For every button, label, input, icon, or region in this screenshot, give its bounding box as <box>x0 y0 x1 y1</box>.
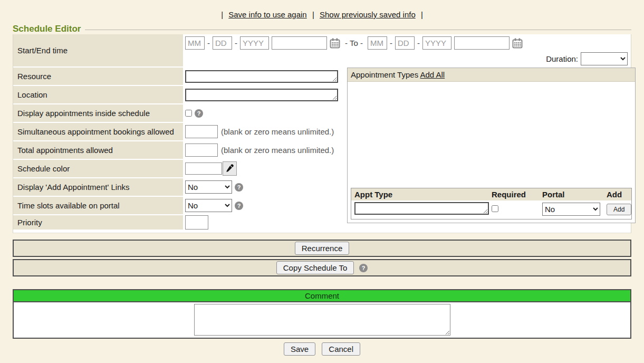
appointment-types-panel: Appointment Types Add All Appt Type Requ… <box>347 68 636 223</box>
schedule-form: Start/End time - - <box>13 34 631 233</box>
calendar-icon[interactable] <box>512 38 523 49</box>
show-saved-link[interactable]: Show previously saved info <box>320 10 416 19</box>
color-picker-button[interactable] <box>223 161 237 176</box>
end-time-input[interactable] <box>454 36 510 50</box>
left-form-column: Resource Location Display appointments i… <box>13 68 344 230</box>
time-slots-portal-select[interactable]: No <box>185 199 232 212</box>
eyedropper-icon <box>226 164 234 174</box>
to-separator: - To - <box>345 39 363 47</box>
copy-schedule-bar: Copy Schedule To ? <box>13 259 631 276</box>
simultaneous-bookings-label: Simultaneous appointment bookings allowe… <box>13 123 183 140</box>
location-input[interactable] <box>185 89 338 101</box>
column-header-add: Add <box>607 190 631 199</box>
add-appt-type-button[interactable]: Add <box>607 204 631 215</box>
row-total-appointments: Total appointments allowed (blank or zer… <box>13 141 344 159</box>
row-resource: Resource <box>13 68 344 85</box>
column-header-required: Required <box>492 190 542 199</box>
pipe-separator: | <box>221 10 223 19</box>
top-links-bar: | Save info to use again | Show previous… <box>0 0 644 24</box>
save-info-link[interactable]: Save info to use again <box>228 10 306 19</box>
row-display-appointments: Display appointments inside schedule ? <box>13 104 344 122</box>
start-time-input[interactable] <box>272 36 327 50</box>
help-icon[interactable]: ? <box>235 202 243 210</box>
required-checkbox[interactable] <box>492 205 498 212</box>
time-slots-portal-label: Time slots available on portal <box>13 197 183 214</box>
start-end-label: Start/End time <box>13 34 183 66</box>
cancel-button[interactable]: Cancel <box>322 342 360 356</box>
location-label: Location <box>13 86 183 103</box>
row-add-appointment-links: Display 'Add Appointment' Links No ? <box>13 178 344 196</box>
copy-schedule-button[interactable]: Copy Schedule To <box>276 261 354 274</box>
portal-select[interactable]: No <box>542 203 600 216</box>
recurrence-bar: Recurrence <box>13 240 631 257</box>
add-appointment-links-select[interactable]: No <box>185 180 232 194</box>
start-month-input[interactable] <box>185 36 205 50</box>
row-schedule-color: Schedule color <box>13 160 344 177</box>
duration-label: Duration: <box>546 54 578 63</box>
page-title: Schedule Editor <box>13 24 85 34</box>
dash-separator: - <box>207 39 210 47</box>
duration-select[interactable] <box>581 52 628 65</box>
row-location: Location <box>13 86 344 103</box>
help-icon[interactable]: ? <box>235 183 243 192</box>
row-time-slots-portal: Time slots available on portal No ? <box>13 197 344 214</box>
row-priority: Priority <box>13 215 344 230</box>
add-all-link[interactable]: Add All <box>420 70 445 79</box>
save-button[interactable]: Save <box>284 342 315 356</box>
form-actions: Save Cancel <box>0 342 644 356</box>
priority-input[interactable] <box>185 215 208 230</box>
display-appointments-label: Display appointments inside schedule <box>13 104 183 122</box>
dash-separator: - <box>235 39 237 47</box>
start-day-input[interactable] <box>213 36 232 50</box>
right-form-column: Appointment Types Add All Appt Type Requ… <box>344 68 636 223</box>
dash-separator: - <box>390 39 392 47</box>
schedule-color-label: Schedule color <box>13 160 183 177</box>
priority-label: Priority <box>13 215 183 230</box>
resource-input[interactable] <box>185 70 338 83</box>
calendar-icon[interactable] <box>330 38 340 49</box>
appointment-types-header: Appointment Types Add All <box>348 68 635 82</box>
comment-textarea[interactable] <box>194 304 450 336</box>
total-appointments-input[interactable] <box>185 144 218 157</box>
appointment-type-row: No Add <box>351 200 631 219</box>
schedule-editor: Schedule Editor Start/End time - - <box>13 24 631 233</box>
recurrence-button[interactable]: Recurrence <box>295 242 350 255</box>
comment-section: Comment <box>13 289 631 339</box>
resource-label: Resource <box>13 68 183 85</box>
appointment-types-list-empty <box>348 82 635 185</box>
unlimited-note: (blank or zero means unlimited.) <box>221 127 334 136</box>
help-icon[interactable]: ? <box>359 264 368 272</box>
pipe-separator: | <box>312 10 314 19</box>
pipe-separator: | <box>421 10 423 19</box>
unlimited-note: (blank or zero means unlimited.) <box>221 146 334 155</box>
simultaneous-bookings-input[interactable] <box>185 125 218 138</box>
comment-header: Comment <box>14 290 630 302</box>
end-day-input[interactable] <box>395 36 415 50</box>
end-year-input[interactable] <box>422 36 451 50</box>
start-year-input[interactable] <box>240 36 269 50</box>
column-header-portal: Portal <box>542 190 607 199</box>
row-simultaneous-bookings: Simultaneous appointment bookings allowe… <box>13 123 344 140</box>
end-month-input[interactable] <box>368 36 387 50</box>
column-header-appt-type: Appt Type <box>351 190 492 199</box>
dash-separator: - <box>417 39 420 47</box>
schedule-color-input[interactable] <box>185 163 222 175</box>
appt-type-input[interactable] <box>354 202 489 215</box>
appointment-types-title: Appointment Types <box>351 70 418 79</box>
appointment-type-add-table: Appt Type Required Portal Add <box>351 188 632 219</box>
total-appointments-label: Total appointments allowed <box>13 141 183 159</box>
display-appointments-checkbox[interactable] <box>185 110 192 117</box>
row-start-end-time: Start/End time - - <box>13 34 631 66</box>
legend-divider <box>85 30 631 30</box>
add-appointment-links-label: Display 'Add Appointment' Links <box>13 178 183 196</box>
help-icon[interactable]: ? <box>195 109 203 118</box>
